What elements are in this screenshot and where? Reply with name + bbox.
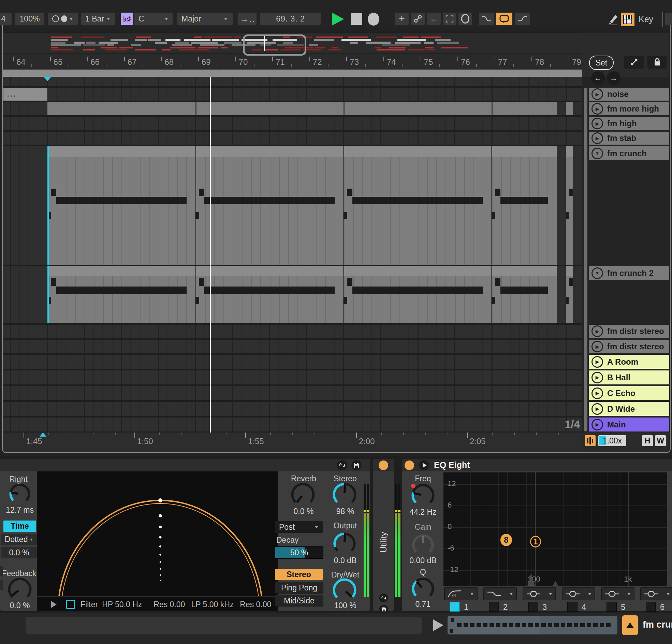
eq-gain-knob[interactable] [411, 534, 435, 557]
scale-name-menu[interactable]: Major▼ [177, 13, 233, 25]
play-icon[interactable]: ▶ [591, 403, 603, 415]
echo-right-time-knob[interactable] [9, 483, 31, 505]
echo-routing-dropdown[interactable]: Post▼ [275, 521, 323, 533]
filter-type-selector-band-4[interactable]: ▼ [562, 587, 595, 600]
clip-mini-view[interactable] [447, 616, 617, 634]
filter-res2-value[interactable]: Res 0.00 [240, 600, 271, 609]
track-header-Main[interactable]: ▶Main [589, 418, 669, 431]
echo-mode-midside-button[interactable]: Mid/Side [275, 595, 323, 607]
echo-sync-mode-dropdown[interactable]: Dotted▼ [1, 534, 37, 545]
echo-time-mode-button[interactable]: Time [3, 521, 36, 532]
echo-reverb-knob[interactable] [290, 482, 315, 507]
left-edge-sliver[interactable] [0, 580, 3, 590]
unfold-icon[interactable]: ▼ [591, 148, 603, 159]
device-on-toggle[interactable] [379, 461, 388, 470]
track-header-A-Room[interactable]: ▶A Room [589, 355, 669, 369]
lock-button[interactable] [647, 56, 667, 69]
eq-gain-value[interactable]: 0.00 dB [403, 556, 443, 565]
midi-clip-sliver[interactable] [566, 266, 573, 323]
track-header-fm-high[interactable]: ▶fm high [589, 117, 669, 130]
fade-out-mode-button[interactable] [479, 13, 494, 25]
play-icon[interactable]: ▶ [591, 132, 603, 144]
filter-type-selector-band-6[interactable]: ▼ [640, 587, 672, 600]
arrangement-position-display[interactable]: 69. 3. 2 [260, 13, 321, 25]
echo-offset-field[interactable]: 0.0 % [1, 547, 37, 558]
echo-stereo-knob[interactable] [332, 482, 357, 507]
fullscreen-button[interactable] [443, 13, 456, 25]
loop-start-triangle[interactable] [39, 432, 46, 437]
echo-stereo-value[interactable]: 98 % [325, 507, 366, 516]
track-header-fm-more-high[interactable]: ▶fm more high [589, 102, 669, 115]
eq-audition-button[interactable] [419, 460, 429, 470]
stop-button[interactable] [351, 13, 362, 25]
echo-tunnel-display[interactable]: Filter HP 50.0 Hz Res 0.00 LP 5.00 kHz R… [37, 472, 278, 611]
root-note-menu[interactable]: C▼ [134, 13, 172, 25]
computer-midi-keyboard-toggle[interactable] [621, 13, 635, 26]
echo-output-knob[interactable] [333, 532, 357, 556]
echo-mode-pingpong-button[interactable]: Ping Pong [275, 582, 323, 594]
play-icon[interactable]: ▶ [591, 88, 603, 100]
band-toggle-6[interactable] [646, 602, 656, 612]
band-toggle-4[interactable] [567, 602, 577, 612]
capture-midi-button[interactable] [458, 13, 472, 25]
set-button[interactable]: Set [589, 56, 614, 70]
draw-mode-button[interactable] [607, 13, 620, 26]
back-to-arrangement-button[interactable]: ← [427, 13, 441, 25]
clip-play-button[interactable] [433, 619, 443, 631]
tempo-follow-field[interactable]: 100% [15, 13, 44, 25]
utility-device[interactable]: Utility [373, 459, 394, 611]
nav-right-button[interactable]: → [607, 71, 621, 85]
zoom-height-button[interactable]: H [642, 435, 653, 446]
link-marker-button[interactable] [624, 56, 644, 69]
echo-save-button[interactable] [351, 460, 362, 470]
filter-type-selector-band-1[interactable]: x4▼ [444, 587, 478, 600]
midi-clip-expanded[interactable] [47, 146, 557, 265]
track-header-fm-stab[interactable]: ▶fm stab [589, 132, 669, 145]
echo-hotswap-button[interactable] [337, 460, 347, 470]
audio-clip[interactable] [566, 102, 573, 115]
audio-clip-noise[interactable]: ... [3, 88, 47, 100]
filter-type-selector-band-2[interactable]: ▼ [483, 587, 517, 600]
scale-mode-badge[interactable]: ♭♯ [121, 13, 133, 25]
loop-toggle[interactable] [496, 13, 512, 25]
eq-q-knob[interactable] [411, 577, 435, 601]
device-on-toggle[interactable] [405, 461, 414, 470]
filter-type-selector-band-3[interactable]: ▼ [523, 587, 556, 600]
beat-time-ruler[interactable]: 64656667686970717273747576777879 [3, 54, 582, 70]
clip-chooser-button[interactable] [622, 615, 638, 635]
play-button[interactable] [332, 13, 344, 26]
groove-pool-button[interactable] [585, 435, 596, 446]
left-edge-sliver[interactable] [0, 566, 3, 576]
midi-map-button-partial[interactable] [665, 13, 672, 25]
track-header-fm-distr-stereo[interactable]: ▶fm distr stereo [589, 325, 669, 338]
band-toggle-3[interactable] [528, 602, 538, 612]
track-header-C-Echo[interactable]: ▶C Echo [589, 386, 669, 400]
filter-lp-value[interactable]: LP 5.00 kHz [191, 600, 234, 609]
filter-res1-value[interactable]: Res 0.00 [154, 600, 185, 609]
zoom-width-button[interactable]: W [655, 435, 666, 446]
echo-feedback-knob[interactable] [7, 577, 33, 602]
record-button[interactable] [368, 13, 379, 26]
play-icon[interactable]: ▶ [591, 356, 603, 368]
play-icon[interactable]: ▶ [591, 372, 603, 383]
play-icon[interactable]: ▶ [591, 419, 603, 430]
band-toggle-1[interactable] [449, 602, 460, 612]
play-icon[interactable]: ▶ [591, 387, 603, 399]
track-header-B-Hall[interactable]: ▶B Hall [589, 370, 669, 384]
track-header-noise[interactable]: ▶noise [589, 88, 669, 100]
echo-right-value[interactable]: 12.7 ms [0, 505, 39, 515]
eq-band-marker-8[interactable]: 8 [501, 534, 512, 546]
vertical-scrollbar[interactable] [584, 88, 587, 431]
eq-freq-value[interactable]: 44.2 Hz [403, 508, 443, 517]
add-track-button[interactable]: + [395, 13, 409, 25]
track-header-fm-crunch[interactable]: ▼fm crunch [589, 146, 669, 160]
filter-toggle-checkbox[interactable] [66, 600, 75, 609]
midi-clip-sliver[interactable] [566, 146, 573, 265]
echo-drywet-knob[interactable] [332, 577, 357, 603]
band-toggle-5[interactable] [607, 602, 617, 612]
track-header-fm-crunch-2[interactable]: ▼fm crunch 2 [589, 266, 669, 280]
nav-left-button[interactable]: ← [591, 71, 605, 85]
follow-button[interactable]: →‥ [238, 13, 256, 25]
echo-mode-stereo-button[interactable]: Stereo [275, 569, 323, 580]
eq-spectrum-display[interactable]: 1260-6-121001k81 [443, 473, 667, 586]
